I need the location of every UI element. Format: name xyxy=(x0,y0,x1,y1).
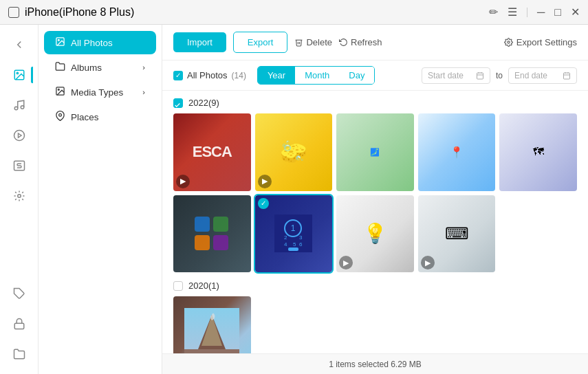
photo-area: 2022(9) ESCA ▶ 🧽 ▶ xyxy=(162,91,588,353)
year-label-2020: 2020(1) xyxy=(188,280,219,291)
albums-chevron-icon: › xyxy=(142,63,145,72)
all-photos-icon xyxy=(55,36,65,49)
delete-label: Delete xyxy=(306,37,332,47)
video-badge-icon: ▶ xyxy=(176,175,190,188)
filter-count: (14) xyxy=(232,71,246,80)
sidebar-label-albums: Albums xyxy=(71,63,137,73)
all-photos-checkbox[interactable]: ✓ xyxy=(173,71,183,80)
sidebar-item-video[interactable] xyxy=(6,122,32,148)
maximize-button[interactable]: □ xyxy=(554,7,561,18)
sidebar-item-folder[interactable] xyxy=(6,341,32,367)
sidebar-item-photos[interactable] xyxy=(6,62,32,88)
title-sep xyxy=(527,8,527,17)
svg-rect-24 xyxy=(195,217,210,232)
sidebar-item-media-types[interactable]: Media Types › xyxy=(44,80,156,104)
filter-all-label: All Photos xyxy=(187,70,228,80)
title-bar-left: iPhone(iPhone 8 Plus) xyxy=(8,6,134,19)
photo-thumb[interactable]: ⌨ ▶ xyxy=(418,195,496,273)
sidebar-label-places: Places xyxy=(71,112,145,122)
photo-image xyxy=(173,296,251,353)
sidebar-item-albums[interactable]: Albums › xyxy=(44,56,156,79)
date-to-label: to xyxy=(496,71,503,80)
refresh-label: Refresh xyxy=(351,37,382,47)
refresh-button[interactable]: Refresh xyxy=(339,37,382,47)
sidebar-item-all-photos[interactable]: All Photos xyxy=(44,31,156,54)
svg-rect-16 xyxy=(477,73,483,79)
svg-point-15 xyxy=(508,41,510,43)
photo-thumb[interactable]: 📍 xyxy=(418,113,496,191)
photo-thumb[interactable] xyxy=(173,195,251,273)
svg-rect-25 xyxy=(213,217,228,232)
export-button[interactable]: Export xyxy=(233,32,288,53)
date-range: Start date to End date xyxy=(422,67,577,84)
photo-thumb[interactable]: 🧽 ▶ xyxy=(255,113,333,191)
sidebar-label-all-photos: All Photos xyxy=(71,38,145,48)
year-checkbox-2020[interactable] xyxy=(173,281,183,291)
svg-text:1: 1 xyxy=(291,223,296,233)
delete-button[interactable]: Delete xyxy=(294,37,332,47)
selected-check-icon: ✓ xyxy=(258,198,269,209)
svg-point-4 xyxy=(14,131,24,141)
year-section-2022: 2022(9) ESCA ▶ 🧽 ▶ xyxy=(173,98,577,272)
year-header-2020: 2020(1) xyxy=(173,280,577,291)
svg-point-13 xyxy=(58,89,59,90)
start-date-input[interactable]: Start date xyxy=(422,67,490,84)
photo-grid-2020 xyxy=(173,296,577,353)
menu-icon[interactable]: ☰ xyxy=(508,7,517,18)
start-date-placeholder: Start date xyxy=(428,71,464,80)
close-button[interactable]: ✕ xyxy=(571,7,580,18)
svg-point-14 xyxy=(59,113,62,116)
all-photos-filter[interactable]: ✓ All Photos (14) xyxy=(173,70,246,80)
svg-text:2: 2 xyxy=(284,234,287,241)
photo-thumb[interactable]: 🗺 xyxy=(499,113,577,191)
export-settings-button[interactable]: Export Settings xyxy=(504,37,577,47)
tab-day[interactable]: Day xyxy=(339,67,374,84)
svg-rect-26 xyxy=(195,235,210,250)
year-header-2022: 2022(9) xyxy=(173,98,577,108)
svg-text:4: 4 xyxy=(284,241,287,248)
svg-text:6: 6 xyxy=(299,241,303,248)
end-date-input[interactable]: End date xyxy=(508,67,577,84)
photo-thumb[interactable]: 🗾 xyxy=(336,113,414,191)
sidebar-item-tag[interactable] xyxy=(6,280,32,307)
svg-rect-20 xyxy=(564,73,570,79)
toolbar: Import Export Delete Refresh Export Sett… xyxy=(162,25,588,60)
year-section-2020: 2020(1) xyxy=(173,280,577,353)
sidebar: All Photos Albums › Media Types › Places xyxy=(39,25,162,374)
year-checkbox-2022[interactable] xyxy=(173,98,183,108)
content-area: Import Export Delete Refresh Export Sett… xyxy=(162,25,588,374)
sidebar-item-lock[interactable] xyxy=(6,311,32,337)
svg-rect-27 xyxy=(213,235,228,250)
sidebar-label-media-types: Media Types xyxy=(71,87,137,98)
sidebar-item-apps[interactable] xyxy=(6,183,32,209)
sidebar-item-back[interactable] xyxy=(6,32,32,58)
app-body: All Photos Albums › Media Types › Places xyxy=(0,25,588,374)
svg-point-2 xyxy=(14,107,18,110)
tab-month[interactable]: Month xyxy=(295,67,339,84)
photo-thumb[interactable] xyxy=(173,296,251,353)
pencil-icon[interactable]: ✏ xyxy=(489,7,498,18)
sidebar-item-music[interactable] xyxy=(6,92,32,118)
year-label-2022: 2022(9) xyxy=(188,98,219,108)
photo-thumb[interactable]: ESCA ▶ xyxy=(173,113,251,191)
svg-point-11 xyxy=(58,39,59,41)
sidebar-item-contacts[interactable] xyxy=(6,153,32,179)
status-text: 1 items selected 6.29 MB xyxy=(329,360,422,369)
tab-year[interactable]: Year xyxy=(258,67,295,84)
video-badge-icon: ▶ xyxy=(421,256,435,270)
sidebar-item-places[interactable]: Places xyxy=(44,105,156,129)
import-button[interactable]: Import xyxy=(173,32,226,52)
svg-rect-36 xyxy=(288,248,298,251)
title-bar-controls: ✏ ☰ ─ □ ✕ xyxy=(489,7,580,18)
minimize-button[interactable]: ─ xyxy=(537,7,545,18)
photo-thumb[interactable]: 1 2 3 4 5 6 ✓ xyxy=(255,195,333,273)
media-types-chevron-icon: › xyxy=(142,88,145,96)
albums-icon xyxy=(55,61,65,74)
icon-bar xyxy=(0,25,39,374)
photo-thumb[interactable]: 💡 ▶ xyxy=(336,195,414,273)
svg-point-3 xyxy=(21,106,24,109)
photo-image xyxy=(173,195,251,273)
photo-image: 🗾 xyxy=(336,113,414,191)
filter-bar: ✓ All Photos (14) Year Month Day Start d… xyxy=(162,60,588,91)
svg-text:5: 5 xyxy=(293,241,296,248)
